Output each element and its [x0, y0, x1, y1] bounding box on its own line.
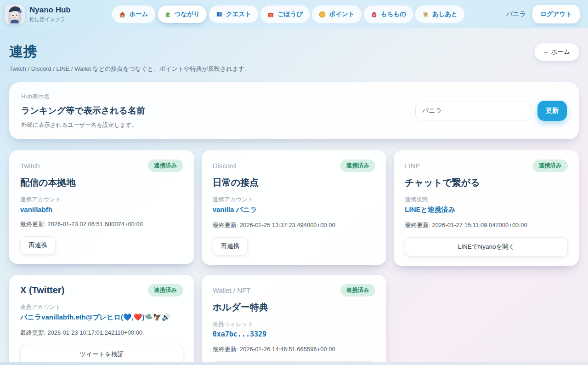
app-title: Nyano Hub — [29, 6, 71, 15]
nav-label: ごほうび — [277, 10, 303, 18]
relink-button[interactable]: 再連携 — [20, 236, 56, 255]
bottom-strip — [0, 362, 588, 365]
integration-cards: Twitch 連携済み 配信の本拠地 連携アカウント vanillabfh 最終… — [9, 150, 579, 365]
display-name-card: Hub表示名 ランキング等で表示される名前 外部に表示されるユーザー名を設定しま… — [9, 82, 579, 139]
last-updated: 最終更新: 2026-01-27 15:11:09.047000+00:00 — [405, 221, 568, 229]
twitter-card: X (Twitter) 連携済み 連携アカウント バニラvanillabfh.e… — [9, 275, 194, 365]
card-heading: チャットで繋がる — [405, 177, 568, 189]
field-label: 連携ウォレット — [213, 320, 376, 328]
last-updated: 最終更新: 2026-01-26 14:46:51.665596+00:00 — [213, 345, 376, 354]
linked-account: vanillabfh — [20, 205, 183, 213]
field-label: 連携アカウント — [213, 196, 376, 204]
nav-label: クエスト — [226, 10, 251, 18]
field-label: 連携状態 — [405, 196, 568, 204]
verify-tweet-button[interactable]: ツイートを検証 — [20, 345, 183, 364]
logout-button[interactable]: ログアウト — [532, 5, 580, 23]
nav-item-quests[interactable]: クエスト — [209, 6, 258, 23]
open-line-button[interactable]: LINEでNyanoを開く — [405, 237, 568, 257]
card-heading: 日常の接点 — [213, 177, 376, 189]
items-icon — [371, 11, 378, 18]
username: バニラ — [506, 10, 526, 18]
discord-card: Discord 連携済み 日常の接点 連携アカウント vanilla バニラ 最… — [202, 150, 387, 265]
home-icon — [119, 11, 126, 18]
linked-wallet: 0xa7bc...3329 — [213, 330, 376, 338]
status-badge: 連携済み — [148, 284, 183, 297]
header: Nyano Hub 推し活インフラ ホーム つながり クエスト — [0, 0, 588, 29]
last-updated: 最終更新: 2026-01-23 10:17:01.242110+00:00 — [20, 329, 183, 337]
nav-item-home[interactable]: ホーム — [112, 6, 155, 23]
display-name-heading: ランキング等で表示される名前 — [21, 105, 145, 117]
page-title: 連携 — [9, 42, 250, 61]
status-badge: 連携済み — [533, 160, 568, 172]
nav-label: もちもの — [381, 10, 406, 18]
display-name-input[interactable] — [415, 102, 531, 120]
back-home-button[interactable]: ← ホーム — [535, 43, 579, 61]
display-name-description: 外部に表示されるユーザー名を設定します。 — [21, 121, 145, 129]
nav-item-history[interactable]: あしあと — [415, 6, 464, 23]
app-subtitle: 推し活インフラ — [29, 16, 71, 23]
field-label: 連携アカウント — [20, 303, 183, 311]
brand[interactable]: Nyano Hub 推し活インフラ — [5, 4, 71, 24]
card-heading: ホルダー特典 — [213, 301, 376, 314]
integrations-page: 連携 Twitch / Discord / LINE / Wallet などの接… — [0, 42, 588, 365]
avatar — [5, 4, 25, 24]
line-card: LINE 連携済み チャットで繋がる 連携状態 LINEと連携済み 最終更新: … — [394, 150, 579, 266]
connections-icon — [164, 11, 171, 18]
status-badge: 連携済み — [148, 160, 183, 172]
main-nav: ホーム つながり クエスト ごほうび ポイント — [112, 6, 464, 23]
nav-item-points[interactable]: ポイント — [312, 6, 361, 23]
reward-icon — [267, 11, 274, 18]
linked-account: vanilla バニラ — [213, 205, 376, 214]
card-heading: X (Twitter) — [20, 285, 64, 296]
page-subtitle: Twitch / Discord / LINE / Wallet などの接点をつ… — [9, 65, 250, 73]
quest-icon — [216, 11, 223, 18]
relink-button[interactable]: 再連携 — [213, 237, 248, 256]
field-label: 連携アカウント — [20, 196, 183, 204]
service-name: Discord — [213, 162, 236, 170]
nav-item-connections[interactable]: つながり — [158, 6, 207, 23]
last-updated: 最終更新: 2026-01-25 13:37:23.494000+00:00 — [213, 221, 376, 229]
link-status: LINEと連携済み — [405, 205, 568, 214]
service-name: Wallet / NFT — [213, 286, 251, 294]
last-updated: 最終更新: 2026-01-23 02:06:51.680074+00:00 — [20, 220, 183, 228]
status-badge: 連携済み — [340, 284, 375, 297]
twitch-card: Twitch 連携済み 配信の本拠地 連携アカウント vanillabfh 最終… — [9, 150, 194, 264]
update-button[interactable]: 更新 — [537, 101, 567, 121]
card-heading: 配信の本拠地 — [20, 177, 183, 189]
service-name: LINE — [405, 162, 420, 170]
nav-item-inventory[interactable]: もちもの — [364, 6, 413, 23]
nav-label: あしあと — [432, 10, 458, 18]
nav-item-rewards[interactable]: ごほうび — [260, 6, 310, 23]
linked-account: バニラvanillabfh.eth@プレヒロ(💙,❤️)🛸🦅🔊 — [20, 313, 183, 322]
nav-label: つながり — [175, 10, 200, 18]
nav-label: ホーム — [129, 10, 148, 18]
footprints-icon — [422, 11, 429, 18]
wallet-card: Wallet / NFT 連携済み ホルダー特典 連携ウォレット 0xa7bc.… — [202, 275, 387, 365]
display-name-label: Hub表示名 — [21, 92, 145, 101]
service-name: Twitch — [20, 162, 40, 170]
status-badge: 連携済み — [340, 160, 375, 172]
points-icon — [319, 11, 326, 18]
nav-label: ポイント — [329, 10, 354, 18]
